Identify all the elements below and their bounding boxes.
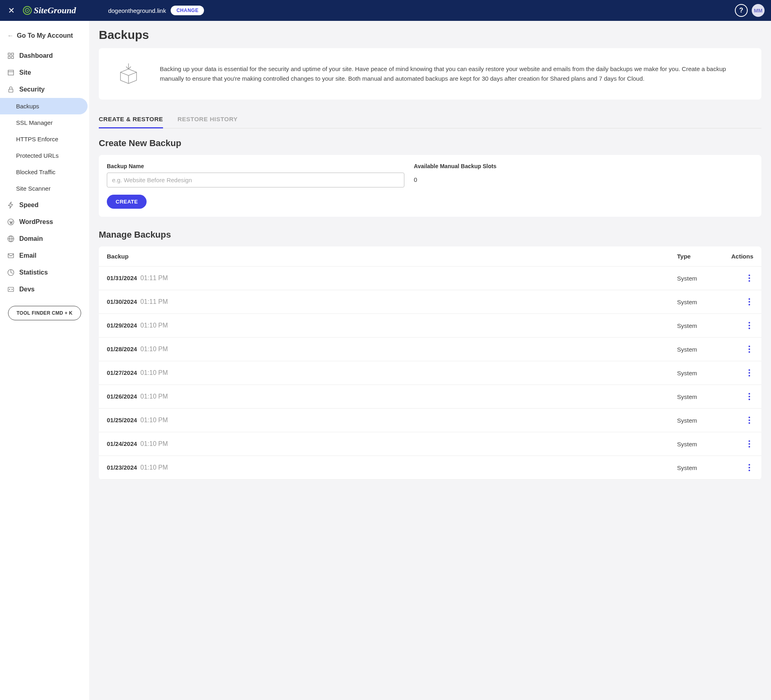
sidebar-sub-blocked[interactable]: Blocked Traffic bbox=[0, 164, 89, 180]
kebab-icon[interactable] bbox=[745, 297, 753, 307]
svg-rect-14 bbox=[8, 254, 14, 258]
backup-date: 01/30/2024 bbox=[107, 298, 137, 305]
backup-date: 01/23/2024 bbox=[107, 464, 137, 471]
table-row: 01/23/2024 01:10 PM System bbox=[99, 456, 761, 480]
slots-label: Available Manual Backup Slots bbox=[414, 163, 497, 169]
type-cell: System bbox=[677, 393, 721, 400]
speed-icon bbox=[7, 201, 14, 209]
backups-table: Backup Type Actions 01/31/2024 01:11 PM … bbox=[99, 246, 761, 480]
sidebar-item-label: Security bbox=[19, 86, 45, 93]
page-title: Backups bbox=[99, 28, 761, 42]
svg-rect-16 bbox=[8, 287, 14, 292]
backup-cell: 01/30/2024 01:11 PM bbox=[107, 298, 677, 305]
actions-cell bbox=[721, 415, 753, 425]
kebab-icon[interactable] bbox=[745, 462, 753, 473]
sidebar-sub-https[interactable]: HTTPS Enforce bbox=[0, 131, 89, 147]
help-icon[interactable]: ? bbox=[735, 4, 748, 17]
backup-cell: 01/28/2024 01:10 PM bbox=[107, 346, 677, 353]
sidebar-item-statistics[interactable]: Statistics bbox=[0, 264, 89, 281]
backup-time: 01:11 PM bbox=[141, 298, 168, 305]
backup-date: 01/28/2024 bbox=[107, 346, 137, 352]
sidebar-sub-ssl[interactable]: SSL Manager bbox=[0, 114, 89, 131]
sidebar-sub-backups[interactable]: Backups bbox=[0, 98, 88, 114]
table-row: 01/26/2024 01:10 PM System bbox=[99, 385, 761, 409]
header-actions: Actions bbox=[721, 253, 753, 260]
backup-time: 01:10 PM bbox=[141, 440, 168, 447]
domain-label: dogeontheground.link bbox=[108, 7, 166, 14]
sidebar-item-security[interactable]: Security bbox=[0, 81, 89, 98]
tab-restore-history[interactable]: RESTORE HISTORY bbox=[177, 111, 238, 128]
sidebar-item-wordpress[interactable]: WordPress bbox=[0, 214, 89, 230]
sidebar-sub-protected[interactable]: Protected URLs bbox=[0, 147, 89, 164]
sidebar-item-dashboard[interactable]: Dashboard bbox=[0, 47, 89, 64]
manage-section-title: Manage Backups bbox=[99, 230, 761, 240]
backup-cell: 01/24/2024 01:10 PM bbox=[107, 440, 677, 448]
code-icon bbox=[7, 286, 14, 293]
backup-date: 01/27/2024 bbox=[107, 369, 137, 376]
type-cell: System bbox=[677, 275, 721, 282]
table-row: 01/31/2024 01:11 PM System bbox=[99, 267, 761, 290]
close-icon[interactable]: ✕ bbox=[6, 6, 16, 15]
sidebar-sub-scanner[interactable]: Site Scanner bbox=[0, 180, 89, 197]
type-cell: System bbox=[677, 346, 721, 353]
kebab-icon[interactable] bbox=[745, 415, 753, 425]
sidebar-item-speed[interactable]: Speed bbox=[0, 197, 89, 214]
change-button[interactable]: CHANGE bbox=[171, 6, 204, 15]
create-card: Backup Name Available Manual Backup Slot… bbox=[99, 155, 761, 217]
sidebar-item-label: Email bbox=[19, 252, 37, 259]
type-cell: System bbox=[677, 441, 721, 448]
backup-date: 01/25/2024 bbox=[107, 417, 137, 423]
domain-section: dogeontheground.link CHANGE bbox=[108, 6, 204, 15]
slots-value: 0 bbox=[414, 173, 497, 183]
sidebar-item-site[interactable]: Site bbox=[0, 64, 89, 81]
kebab-icon[interactable] bbox=[745, 391, 753, 402]
email-icon bbox=[7, 252, 14, 259]
main-content: Backups Backing up your data is essentia… bbox=[89, 21, 771, 700]
go-back-link[interactable]: ← Go To My Account bbox=[0, 29, 89, 47]
backup-time: 01:10 PM bbox=[141, 464, 168, 471]
chart-icon bbox=[7, 269, 14, 276]
tabs: CREATE & RESTORE RESTORE HISTORY bbox=[99, 111, 761, 128]
avatar[interactable]: MM bbox=[752, 4, 765, 17]
backup-date: 01/26/2024 bbox=[107, 393, 137, 400]
logo[interactable]: SiteGround bbox=[22, 5, 76, 16]
actions-cell bbox=[721, 462, 753, 473]
tab-create-restore[interactable]: CREATE & RESTORE bbox=[99, 111, 163, 128]
backup-cell: 01/26/2024 01:10 PM bbox=[107, 393, 677, 400]
kebab-icon[interactable] bbox=[745, 320, 753, 331]
sidebar-item-label: Dashboard bbox=[19, 52, 53, 59]
kebab-icon[interactable] bbox=[745, 439, 753, 449]
backup-time: 01:11 PM bbox=[141, 275, 168, 281]
backup-cell: 01/29/2024 01:10 PM bbox=[107, 322, 677, 329]
backup-time: 01:10 PM bbox=[141, 346, 168, 352]
kebab-icon[interactable] bbox=[745, 344, 753, 354]
intro-text: Backing up your data is essential for th… bbox=[160, 64, 752, 83]
backup-cell: 01/23/2024 01:10 PM bbox=[107, 464, 677, 471]
sidebar: ← Go To My Account Dashboard Site Securi… bbox=[0, 21, 89, 700]
table-row: 01/30/2024 01:11 PM System bbox=[99, 290, 761, 314]
sidebar-item-devs[interactable]: Devs bbox=[0, 281, 89, 298]
actions-cell bbox=[721, 344, 753, 354]
svg-point-2 bbox=[27, 10, 28, 11]
table-row: 01/27/2024 01:10 PM System bbox=[99, 361, 761, 385]
svg-rect-6 bbox=[12, 57, 14, 59]
backup-date: 01/31/2024 bbox=[107, 275, 137, 281]
arrow-left-icon: ← bbox=[7, 32, 14, 39]
sidebar-item-domain[interactable]: Domain bbox=[0, 230, 89, 247]
create-button[interactable]: CREATE bbox=[107, 195, 147, 209]
sidebar-item-label: Statistics bbox=[19, 269, 48, 276]
backup-name-input[interactable] bbox=[107, 173, 404, 187]
kebab-icon[interactable] bbox=[745, 368, 753, 378]
type-cell: System bbox=[677, 299, 721, 305]
backup-time: 01:10 PM bbox=[141, 369, 168, 376]
sidebar-item-label: Speed bbox=[19, 201, 39, 209]
backup-date: 01/29/2024 bbox=[107, 322, 137, 329]
kebab-icon[interactable] bbox=[745, 273, 753, 283]
tool-finder-button[interactable]: TOOL FINDER CMD + K bbox=[8, 306, 81, 320]
sidebar-item-email[interactable]: Email bbox=[0, 247, 89, 264]
table-row: 01/24/2024 01:10 PM System bbox=[99, 432, 761, 456]
box-icon bbox=[108, 58, 149, 90]
wordpress-icon bbox=[7, 218, 14, 226]
actions-cell bbox=[721, 320, 753, 331]
topbar: ✕ SiteGround dogeontheground.link CHANGE… bbox=[0, 0, 771, 21]
